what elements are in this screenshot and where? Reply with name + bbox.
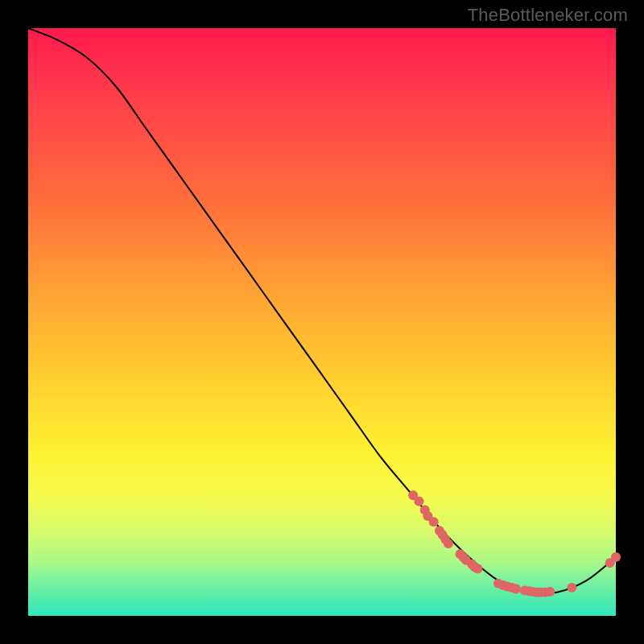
data-marker bbox=[414, 497, 423, 506]
marker-group bbox=[408, 490, 621, 597]
bottleneck-curve-line bbox=[28, 28, 616, 594]
data-marker bbox=[429, 517, 439, 526]
data-marker bbox=[567, 583, 576, 592]
curve-layer bbox=[28, 28, 616, 616]
data-marker bbox=[545, 587, 555, 597]
watermark-text: TheBottleneker.com bbox=[468, 5, 628, 26]
data-marker bbox=[444, 539, 453, 548]
data-marker bbox=[511, 584, 521, 593]
plot-area bbox=[28, 28, 616, 616]
data-marker bbox=[473, 564, 482, 574]
data-marker bbox=[611, 552, 621, 562]
chart-stage: TheBottleneker.com bbox=[0, 0, 644, 644]
